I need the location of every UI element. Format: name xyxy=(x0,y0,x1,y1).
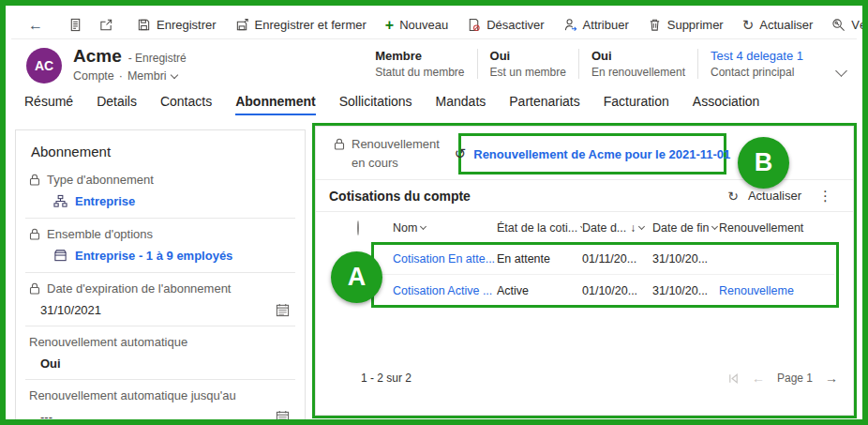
new-button[interactable]: + Nouveau xyxy=(376,12,457,38)
cotisation-link[interactable]: Cotisation Active ... xyxy=(393,284,492,297)
check-access-button[interactable]: Vérifier l'accès xyxy=(822,12,868,38)
autorenew-field: Oui xyxy=(40,357,292,371)
page-title: Acme xyxy=(73,46,122,67)
tab-facturation[interactable]: Facturation xyxy=(604,94,669,114)
tab-partenariats[interactable]: Partenariats xyxy=(509,94,579,114)
save-button[interactable]: Enregistrer xyxy=(127,12,226,38)
header-field-in-renewal: Oui En renouvellement xyxy=(578,49,697,79)
header-fields: Membre Statut du membre Oui Est un membr… xyxy=(363,49,816,79)
lock-icon xyxy=(29,228,40,240)
expiry-date-value[interactable]: 31/10/2021 xyxy=(40,303,101,317)
back-icon[interactable]: ← xyxy=(17,17,54,34)
chevron-down-icon xyxy=(420,223,427,230)
refresh-button[interactable]: ↻ Actualiser xyxy=(733,12,823,38)
subscription-type-value: Entreprise xyxy=(53,194,292,208)
trash-icon xyxy=(648,18,662,32)
column-header-date-debut[interactable]: Date d...↓ xyxy=(582,221,652,235)
record-title-block: Acme - Enregistré Compte · Membri xyxy=(73,46,187,83)
lock-icon xyxy=(29,282,40,295)
save-close-icon xyxy=(235,18,249,32)
form-icon xyxy=(68,18,82,32)
autorenew-until-value[interactable]: --- xyxy=(40,410,52,424)
renewal-cell-link[interactable]: Renouvelleme xyxy=(719,284,794,297)
option-set-link[interactable]: Entreprise - 1 à 9 employés xyxy=(75,249,232,263)
divider xyxy=(316,211,853,212)
first-page-icon[interactable] xyxy=(727,372,740,385)
header-field-primary-contact: Test 4 delegate 1 Contact principal xyxy=(697,49,816,79)
annotation-circle-a: A xyxy=(331,251,382,303)
assign-icon xyxy=(563,18,577,32)
command-bar: ← Enregistrer Enregistrer et fermer + No… xyxy=(11,11,857,39)
lock-icon xyxy=(29,174,40,186)
form-switcher-button[interactable] xyxy=(60,12,91,38)
open-in-new-window-button[interactable] xyxy=(91,12,122,38)
tab-abonnement[interactable]: Abonnement xyxy=(235,94,316,115)
popout-icon xyxy=(99,18,113,32)
header-field-member-status: Membre Statut du membre xyxy=(363,49,476,79)
column-header-date-fin[interactable]: Date de fin xyxy=(652,221,719,235)
chevron-down-icon xyxy=(711,223,718,230)
header-expand-button[interactable] xyxy=(837,62,846,79)
calendar-icon[interactable] xyxy=(276,303,290,317)
avatar: AC xyxy=(26,48,62,83)
deactivate-icon xyxy=(467,18,481,32)
membership-panel: Renouvellement en cours ↺ Renouvellement… xyxy=(315,126,854,416)
plus-icon: + xyxy=(385,17,394,34)
column-header-renouvellement[interactable]: Renouvellement xyxy=(719,221,853,235)
renewal-in-progress-row: Renouvellement en cours ↺ Renouvellement… xyxy=(316,127,853,179)
renewal-label: Renouvellement en cours xyxy=(334,135,451,172)
delete-button[interactable]: Supprimer xyxy=(638,12,733,38)
divider xyxy=(25,326,295,326)
next-page-icon[interactable]: → xyxy=(825,371,838,386)
tab-bar: Résumé Details Contacts Abonnement Solli… xyxy=(11,94,857,120)
autorenew-until-label: Renouvellement automatique jusqu'au xyxy=(29,388,292,402)
select-all-checkbox[interactable] xyxy=(357,220,359,235)
calendar-icon[interactable] xyxy=(276,410,290,424)
form-selector[interactable]: Membri xyxy=(127,69,167,83)
entity-type-label: Compte xyxy=(73,69,114,83)
chevron-down-icon xyxy=(638,223,645,230)
renewal-record-link[interactable]: Renouvellement de Acme pour le 2021-11-0… xyxy=(473,147,730,161)
autorenew-value[interactable]: Oui xyxy=(40,357,61,371)
divider xyxy=(25,218,295,219)
section-title: Abonnement xyxy=(31,144,292,159)
divider xyxy=(25,379,295,380)
save-status: - Enregistré xyxy=(128,52,187,65)
tab-details[interactable]: Details xyxy=(97,94,137,114)
lock-icon xyxy=(334,138,345,150)
subgrid-overflow-button[interactable]: ⋮ xyxy=(811,188,840,205)
tab-association[interactable]: Association xyxy=(693,94,760,114)
org-chart-icon xyxy=(53,194,67,208)
deactivate-button[interactable]: Désactiver xyxy=(457,12,553,38)
option-set-value: Entreprise - 1 à 9 employés xyxy=(53,249,292,263)
tab-mandats[interactable]: Mandats xyxy=(436,94,486,114)
divider xyxy=(25,272,295,273)
cotisation-link[interactable]: Cotisation En atte... xyxy=(393,252,495,266)
record-header: AC Acme - Enregistré Compte · Membri Mem… xyxy=(11,39,857,92)
header-field-is-member: Oui Est un membre xyxy=(477,49,578,79)
chevron-down-icon xyxy=(835,65,847,77)
subscription-type-link[interactable]: Entreprise xyxy=(75,194,135,208)
record-count: 1 - 2 sur 2 xyxy=(361,372,412,385)
table-row[interactable]: Cotisation En atte... En attente 01/11/2… xyxy=(316,243,853,274)
tab-contacts[interactable]: Contacts xyxy=(160,94,212,114)
table-header-row: Nom État de la coti... Date d...↓ Date d… xyxy=(316,213,853,242)
tab-resume[interactable]: Résumé xyxy=(24,94,73,114)
refresh-icon[interactable]: ↻ xyxy=(727,190,739,203)
history-icon: ↺ xyxy=(455,145,467,162)
column-header-nom[interactable]: Nom xyxy=(393,221,497,235)
annotation-circle-b: B xyxy=(738,137,789,189)
chevron-down-icon[interactable] xyxy=(170,70,177,78)
tab-sollicitations[interactable]: Sollicitations xyxy=(339,94,412,114)
primary-contact-link[interactable]: Test 4 delegate 1 xyxy=(711,49,803,63)
column-header-etat[interactable]: État de la coti... xyxy=(497,221,582,235)
assign-button[interactable]: Attribuer xyxy=(554,12,638,38)
annotation-box-b: ↺ Renouvellement de Acme pour le 2021-11… xyxy=(458,133,726,175)
table-row[interactable]: Cotisation Active ... Active 01/10/20...… xyxy=(316,275,853,306)
previous-page-icon[interactable]: ← xyxy=(752,371,765,386)
save-and-close-button[interactable]: Enregistrer et fermer xyxy=(226,12,376,38)
autorenew-until-field: --- xyxy=(40,410,292,424)
subgrid-title: Cotisations du compte xyxy=(329,189,471,204)
sort-descending-icon: ↓ xyxy=(630,221,636,235)
subgrid-refresh-button[interactable]: Actualiser xyxy=(748,189,801,203)
